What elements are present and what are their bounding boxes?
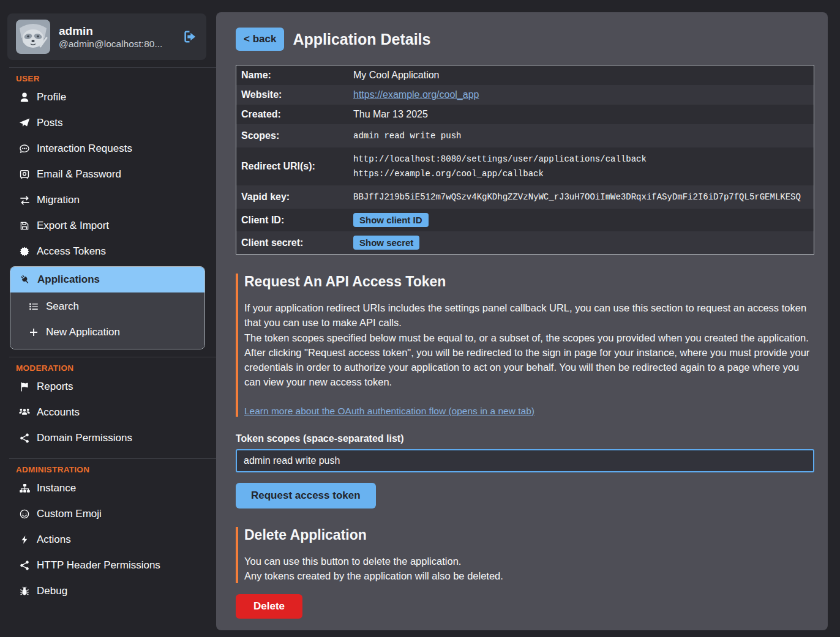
main-panel: < back Application Details Name: My Cool… <box>216 12 828 630</box>
sidebar-item-applications-search[interactable]: Search <box>10 294 204 319</box>
floppy-disk-icon <box>18 220 31 231</box>
sidebar-item-applications[interactable]: Applications <box>10 267 204 292</box>
sidebar-item-accounts[interactable]: Accounts <box>0 400 216 425</box>
row-label: Scopes: <box>236 126 348 146</box>
sidebar-item-label: Profile <box>37 91 66 103</box>
paper-plane-icon <box>18 117 31 129</box>
row-value: Thu Mar 13 2025 <box>348 105 433 124</box>
sidebar-item-actions[interactable]: Actions <box>0 527 216 553</box>
table-row-scopes: Scopes: admin read write push <box>236 124 814 147</box>
user-name: admin <box>59 24 162 39</box>
table-row-name: Name: My Cool Application <box>236 65 814 85</box>
sidebar-item-http-header-permissions[interactable]: HTTP Header Permissions <box>0 553 216 578</box>
table-row-vapid-key: Vapid key: BBJffJ219b5iE512m7wQSzv4KgKDh… <box>236 185 814 209</box>
delete-heading: Delete Application <box>244 527 814 543</box>
face-smile-icon <box>18 508 31 520</box>
sidebar-item-label: Email & Password <box>37 168 121 181</box>
sidebar-item-label: Domain Permissions <box>37 432 132 444</box>
sidebar-item-migration[interactable]: Migration <box>0 187 216 213</box>
arrows-left-right-icon <box>18 195 31 206</box>
show-client-id-button[interactable]: Show client ID <box>353 213 429 227</box>
delete-application-section: Delete Application You can use this butt… <box>236 527 814 584</box>
row-label: Website: <box>236 85 348 105</box>
sidebar-item-email-password[interactable]: Email & Password <box>0 162 216 187</box>
sidebar-item-instance[interactable]: Instance <box>0 475 216 501</box>
row-value: BBJffJ219b5iE512m7wQSzv4KgKDhgZZVzNyWC_r… <box>348 185 806 209</box>
bolt-icon <box>18 535 31 545</box>
sidebar-item-label: Instance <box>37 482 76 494</box>
table-row-website: Website: https://example.org/cool_app <box>236 85 814 105</box>
certificate-icon <box>18 246 31 257</box>
sidebar-item-label: Migration <box>37 194 80 206</box>
comment-dots-icon <box>18 143 31 154</box>
delete-button[interactable]: Delete <box>236 594 302 619</box>
plus-icon <box>28 327 40 338</box>
user-icon <box>18 92 31 103</box>
row-label: Name: <box>236 65 348 85</box>
sidebar-item-profile[interactable]: Profile <box>0 84 216 110</box>
request-token-heading: Request An API Access Token <box>244 274 814 290</box>
sidebar-item-posts[interactable]: Posts <box>0 110 216 136</box>
user-handle: @admin@localhost:80... <box>59 39 162 50</box>
sidebar-item-access-tokens[interactable]: Access Tokens <box>0 239 216 264</box>
sidebar: admin @admin@localhost:80... USER Profil… <box>0 0 216 637</box>
show-secret-button[interactable]: Show secret <box>353 236 419 250</box>
sidebar-item-label: Accounts <box>37 406 80 419</box>
sidebar-item-label: Posts <box>37 117 63 129</box>
share-nodes-icon <box>18 560 31 571</box>
row-value: admin read write push <box>348 124 466 147</box>
sign-out-icon[interactable] <box>182 29 198 45</box>
users-icon <box>18 406 31 419</box>
request-token-paragraph-3: After clicking "Request access token", y… <box>244 345 814 390</box>
sidebar-item-export-import[interactable]: Export & Import <box>0 213 216 239</box>
bug-icon <box>18 586 31 597</box>
table-row-created: Created: Thu Mar 13 2025 <box>236 105 814 124</box>
sidebar-item-domain-permissions[interactable]: Domain Permissions <box>0 425 216 451</box>
sidebar-item-label: Export & Import <box>37 220 109 232</box>
sidebar-item-label: Debug <box>37 585 67 597</box>
sidebar-section-user: USER <box>16 74 216 83</box>
page-title: Application Details <box>293 31 430 48</box>
table-row-client-secret: Client secret: Show secret <box>236 231 814 254</box>
request-access-token-button[interactable]: Request access token <box>236 483 376 508</box>
delete-line-1: You can use this button to delete the ap… <box>244 554 814 568</box>
sidebar-item-label: Search <box>46 300 79 313</box>
sidebar-item-reports[interactable]: Reports <box>0 374 216 400</box>
back-button[interactable]: < back <box>236 28 284 51</box>
application-details-table: Name: My Cool Application Website: https… <box>236 65 814 255</box>
request-token-section: Request An API Access Token If your appl… <box>236 274 814 417</box>
delete-line-2: Any tokens created by the application wi… <box>244 568 814 583</box>
token-scopes-label: Token scopes (space-separated list) <box>236 433 814 444</box>
sidebar-item-label: Actions <box>37 534 71 546</box>
row-label: Created: <box>236 105 348 124</box>
sitemap-icon <box>18 483 31 494</box>
row-label: Redirect URI(s): <box>236 157 348 176</box>
sidebar-item-label: Access Tokens <box>37 245 106 258</box>
applications-group: Applications Search New Application <box>10 266 205 349</box>
row-value: My Cool Application <box>348 65 444 85</box>
redirect-uri-1: http://localhost:8080/settings/user/appl… <box>353 152 647 166</box>
request-token-paragraph-1: If your application redirect URIs includ… <box>244 300 814 330</box>
row-label: Client ID: <box>236 210 348 230</box>
sidebar-divider <box>9 357 216 357</box>
sidebar-item-interaction-requests[interactable]: Interaction Requests <box>0 136 216 162</box>
row-label: Client secret: <box>236 233 348 253</box>
user-card[interactable]: admin @admin@localhost:80... <box>7 13 206 60</box>
sidebar-item-label: HTTP Header Permissions <box>37 559 160 572</box>
oauth-docs-link[interactable]: Learn more about the OAuth authenticatio… <box>244 406 534 417</box>
website-link[interactable]: https://example.org/cool_app <box>353 89 479 100</box>
list-icon <box>28 301 40 312</box>
avatar <box>16 20 50 54</box>
request-token-paragraph-2: The token scopes specified below must be… <box>244 330 814 345</box>
applications-submenu: Search New Application <box>10 292 204 349</box>
sidebar-item-debug[interactable]: Debug <box>0 578 216 604</box>
vault-icon <box>18 169 31 180</box>
sidebar-divider <box>9 67 216 68</box>
plug-icon <box>19 274 31 285</box>
sidebar-divider <box>9 458 216 459</box>
sidebar-item-label: Interaction Requests <box>37 143 132 155</box>
sidebar-item-custom-emoji[interactable]: Custom Emoji <box>0 501 216 527</box>
token-scopes-input[interactable] <box>236 449 814 472</box>
sidebar-item-new-application[interactable]: New Application <box>10 319 204 345</box>
row-value: http://localhost:8080/settings/user/appl… <box>348 147 651 185</box>
